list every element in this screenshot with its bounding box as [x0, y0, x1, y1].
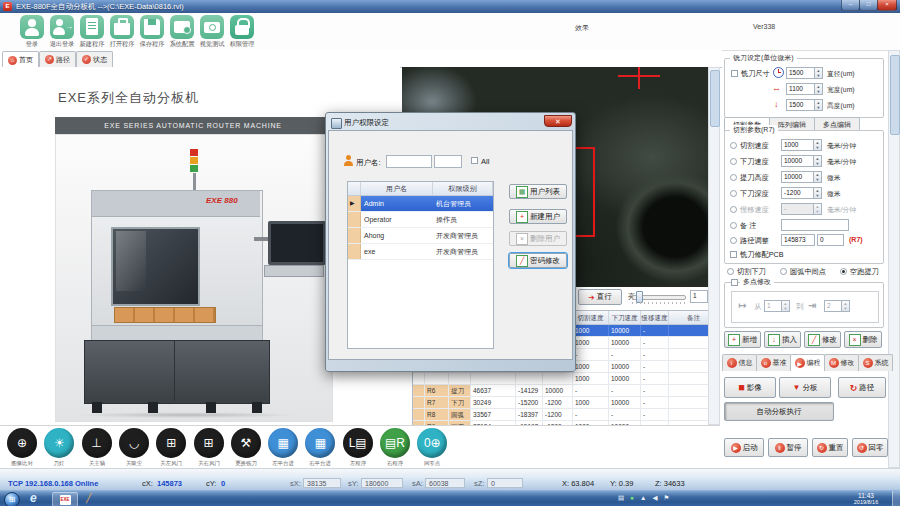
toolbar-system-config[interactable]: 系统配置	[167, 15, 197, 49]
brightness-value[interactable]: 1	[690, 290, 708, 303]
tab-status[interactable]: ✓ 状态	[76, 51, 113, 67]
path-adjust-y[interactable]: 0	[817, 234, 844, 246]
toolbar-vision-test[interactable]: 视觉测试	[197, 15, 227, 49]
run-line-button[interactable]: ➔ 直行	[578, 289, 622, 305]
mode-arc-mid-radio[interactable]	[780, 268, 787, 275]
tab-home[interactable]: ⌂ 首页	[2, 51, 39, 68]
mode-cut-plunge-radio[interactable]	[727, 268, 734, 275]
start-button[interactable]: ⊞	[4, 492, 20, 506]
path-adjust-radio[interactable]	[730, 237, 737, 244]
delete-user-button[interactable]: × 删除用户	[509, 231, 567, 246]
taskbar-clock[interactable]: 11:43 2019/8/16	[842, 492, 890, 506]
all-checkbox[interactable]	[471, 157, 478, 164]
cut-speed-radio[interactable]	[730, 142, 737, 149]
path-adjust-x[interactable]: 145873	[781, 234, 815, 246]
width-input[interactable]: 1100	[786, 83, 815, 95]
tool-size-checkbox[interactable]	[731, 70, 738, 77]
tab-multipoint-edit[interactable]: 多点编辑	[814, 117, 860, 131]
machine-function-button[interactable]: ▦右平台进	[303, 428, 337, 468]
machine-function-button[interactable]: ⊞关右风门	[192, 428, 226, 468]
lift-height-input[interactable]: 10000	[781, 171, 814, 183]
plunge-depth-radio[interactable]	[730, 190, 737, 197]
close-button[interactable]: ×	[877, 0, 897, 11]
auto-split-run-button[interactable]: 自动分板执行	[724, 402, 834, 421]
password-input[interactable]	[434, 155, 462, 168]
toolbar-login[interactable]: 登录	[17, 15, 47, 49]
add-button[interactable]: +新增	[724, 331, 761, 348]
tab-modify[interactable]: M修改	[824, 354, 859, 371]
tab-datum[interactable]: o基准	[756, 354, 791, 371]
user-row[interactable]: ▶Admin机台管理员	[348, 196, 493, 212]
machine-function-button[interactable]: ⚒更换铣刀	[229, 428, 263, 468]
cut-speed-spinner[interactable]: ▴▾	[813, 139, 822, 151]
tray-shield-icon[interactable]: ▲	[640, 494, 646, 502]
minimize-button[interactable]: –	[841, 0, 860, 11]
dialog-close-button[interactable]: ✕	[544, 115, 572, 127]
machine-function-button[interactable]: 0⊕回零点	[415, 428, 449, 468]
insert-button[interactable]: ↓插入	[764, 331, 801, 348]
username-input[interactable]	[386, 155, 432, 168]
tab-system[interactable]: S系统	[858, 354, 893, 371]
start-button[interactable]: ▶启动	[724, 438, 764, 457]
mode-air-lift-radio[interactable]	[840, 268, 847, 275]
cut-table-row[interactable]: R6提刀46637-1412910000---	[413, 385, 719, 397]
delete-button[interactable]: ×删除	[844, 331, 882, 348]
toolbar-new-program[interactable]: 新建程序	[77, 15, 107, 49]
tray-flag-icon[interactable]: ⚑	[664, 494, 670, 502]
tray-volume-icon[interactable]: ◀	[653, 494, 658, 502]
tray-window-icon[interactable]: ▤	[618, 494, 624, 502]
change-password-button[interactable]: ╱ 密码修改	[509, 253, 567, 268]
tab-path[interactable]: ↗ 路径	[39, 51, 76, 67]
plunge-speed-input[interactable]: 10000	[781, 155, 814, 167]
diameter-input[interactable]: 1500	[786, 67, 815, 79]
height-spinner[interactable]: ▴▾	[814, 99, 823, 111]
machine-function-button[interactable]: ▤R右程序	[378, 428, 412, 468]
toolbar-open-program[interactable]: 打开程序	[107, 15, 137, 49]
home-zero-button[interactable]: ↺回零	[852, 438, 888, 457]
split-board-button[interactable]: ▼ 分板	[779, 377, 831, 398]
maximize-button[interactable]: □	[859, 0, 878, 11]
user-row[interactable]: Ahong开发商管理员	[348, 228, 493, 244]
tab-info[interactable]: i信息	[722, 354, 757, 371]
window-titlebar[interactable]: E EXE-880F全自动分板机 -->(C:\EXE-Data\0816.rv…	[0, 0, 900, 14]
lift-height-spinner[interactable]: ▴▾	[813, 171, 822, 183]
toolbar-save-program[interactable]: 保存程序	[137, 15, 167, 49]
multi-edit-checkbox[interactable]	[731, 279, 738, 286]
right-scrollbar[interactable]	[888, 50, 900, 468]
note-radio[interactable]	[730, 222, 737, 229]
cut-table-row[interactable]: 100010000-	[413, 373, 719, 385]
paint-icon[interactable]: ╱	[86, 493, 91, 503]
new-user-button[interactable]: + 新建用户	[509, 209, 567, 224]
tray-status-icon[interactable]: ●	[630, 494, 634, 502]
machine-function-button[interactable]: ☀刀灯	[42, 428, 76, 468]
user-row[interactable]: Operator操作员	[348, 212, 493, 228]
modify-button[interactable]: ╱修改	[804, 331, 841, 348]
machine-function-button[interactable]: L▤左程序	[341, 428, 375, 468]
cut-speed-input[interactable]: 1000	[781, 139, 814, 151]
height-input[interactable]: 1500	[786, 99, 815, 111]
user-row[interactable]: exe开发商管理员	[348, 244, 493, 260]
diameter-spinner[interactable]: ▴▾	[814, 67, 823, 79]
width-spinner[interactable]: ▴▾	[814, 83, 823, 95]
plunge-speed-radio[interactable]	[730, 158, 737, 165]
user-list-button[interactable]: ▦ 用户列表	[509, 184, 567, 199]
plunge-depth-spinner[interactable]: ▴▾	[813, 187, 822, 199]
pcb-trim-checkbox[interactable]	[730, 251, 737, 258]
cut-table-row[interactable]: R8圆弧33567-18397-1200---	[413, 409, 719, 421]
dialog-titlebar[interactable]: 用户权限设定 ✕	[328, 115, 573, 130]
pause-button[interactable]: ‖暂停	[768, 438, 808, 457]
machine-function-button[interactable]: ◡关吸尘	[117, 428, 151, 468]
tab-programming[interactable]: ▶编程	[790, 354, 825, 371]
cut-table-row[interactable]: R7下刀30249-15200-1200100010000-	[413, 397, 719, 409]
path-button[interactable]: ↻ 路径	[838, 377, 886, 398]
show-desktop-button[interactable]	[892, 491, 900, 506]
taskbar-app-button[interactable]: EXE	[52, 492, 78, 506]
plunge-speed-spinner[interactable]: ▴▾	[813, 155, 822, 167]
machine-function-button[interactable]: ⊕图像比对	[5, 428, 39, 468]
middle-scrollbar[interactable]	[708, 67, 720, 425]
plunge-depth-input[interactable]: -1200	[781, 187, 814, 199]
machine-function-button[interactable]: ▦左平台进	[266, 428, 300, 468]
machine-function-button[interactable]: ⊥关主轴	[80, 428, 114, 468]
system-tray[interactable]: ▤ ● ▲ ◀ ⚑	[618, 494, 669, 502]
note-input[interactable]	[781, 219, 849, 231]
